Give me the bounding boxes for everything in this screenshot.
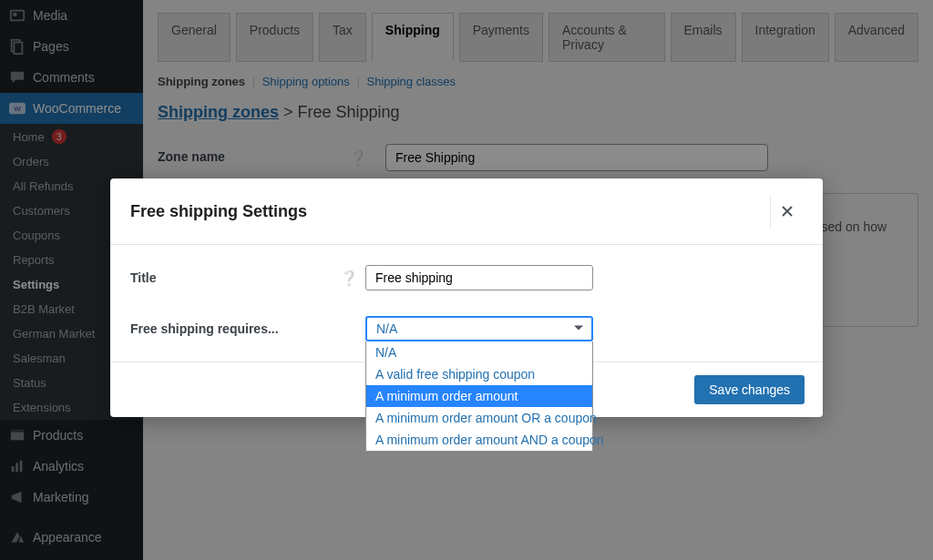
requires-option-min-amount[interactable]: A minimum order amount <box>366 385 592 407</box>
requires-dropdown: N/A A valid free shipping coupon A minim… <box>365 341 593 452</box>
modal-requires-row: Free shipping requires... ? N/A N/A A va… <box>130 316 803 341</box>
modal-title: Free shipping Settings <box>130 202 307 221</box>
modal-close-button[interactable] <box>770 195 803 228</box>
modal-requires-label: Free shipping requires... <box>130 321 340 336</box>
free-shipping-settings-modal: Free shipping Settings Title ❔ Free ship… <box>110 178 823 417</box>
requires-option-na[interactable]: N/A <box>366 341 592 363</box>
requires-option-min-or-coupon[interactable]: A minimum order amount OR a coupon <box>366 407 592 429</box>
requires-option-min-and-coupon[interactable]: A minimum order amount AND a coupon <box>366 429 592 451</box>
modal-title-row: Title ❔ <box>130 265 803 290</box>
modal-header: Free shipping Settings <box>110 178 823 245</box>
modal-title-input[interactable] <box>365 265 593 290</box>
modal-body: Title ❔ Free shipping requires... ? N/A … <box>110 245 823 362</box>
modal-save-changes-button[interactable]: Save changes <box>694 375 805 404</box>
modal-title-label: Title <box>130 270 340 285</box>
help-icon[interactable]: ❔ <box>340 270 353 287</box>
requires-option-coupon[interactable]: A valid free shipping coupon <box>366 363 592 385</box>
close-icon <box>780 204 795 219</box>
requires-select[interactable]: N/A <box>365 316 593 341</box>
requires-combobox: N/A N/A A valid free shipping coupon A m… <box>365 316 593 341</box>
